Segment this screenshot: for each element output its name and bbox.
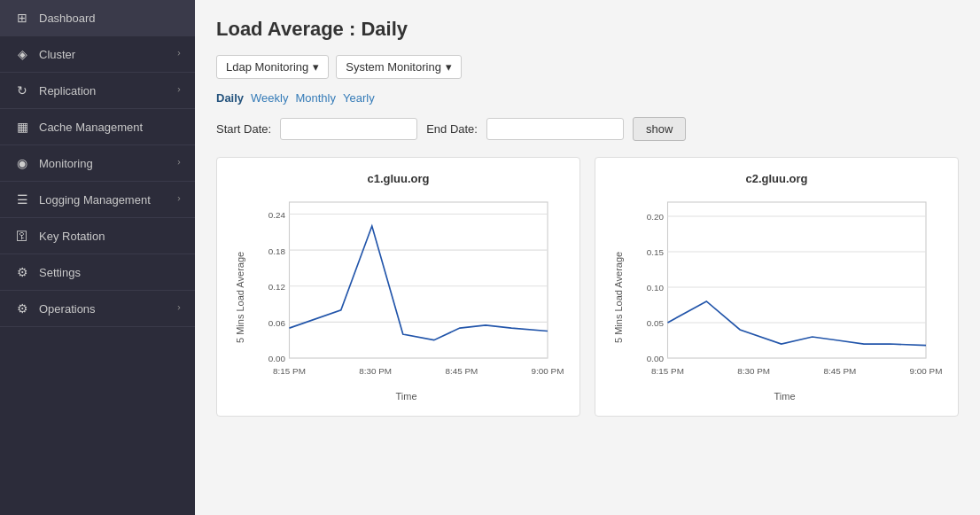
period-monthly[interactable]: Monthly	[295, 91, 336, 105]
chart-x-label-c1: Time	[247, 391, 565, 402]
chevron-right-icon: ‹	[177, 85, 181, 96]
chart-title-c1: c1.gluu.org	[231, 172, 565, 185]
chevron-right-icon: ‹	[177, 158, 181, 168]
sidebar-item-operations[interactable]: ⚙Operations‹	[0, 291, 195, 327]
sidebar-item-settings[interactable]: ⚙Settings	[0, 254, 195, 291]
svg-text:9:00 PM: 9:00 PM	[910, 366, 943, 376]
chart-wrapper-c2: 5 Mins Load Average0.200.150.100.050.008…	[610, 192, 944, 402]
svg-text:0.06: 0.06	[268, 318, 286, 328]
end-date-label: End Date:	[426, 122, 478, 136]
svg-text:0.10: 0.10	[647, 283, 665, 293]
svg-text:0.00: 0.00	[268, 354, 286, 363]
chevron-right-icon: ‹	[177, 49, 181, 59]
sidebar-label-key-rotation: Key Rotation	[39, 230, 105, 243]
page-title: Load Average : Daily	[216, 18, 959, 41]
svg-text:8:45 PM: 8:45 PM	[823, 366, 856, 376]
sidebar-item-logging-management[interactable]: ☰Logging Management‹	[0, 182, 195, 218]
chart-y-label-c2: 5 Mins Load Average	[610, 192, 626, 402]
cluster-icon: ◈	[14, 47, 30, 61]
chart-title-c2: c2.gluu.org	[610, 172, 944, 185]
sidebar-item-monitoring[interactable]: ◉Monitoring‹	[0, 145, 195, 182]
sidebar: ⊞Dashboard◈Cluster‹↻Replication‹▦Cache M…	[0, 0, 195, 515]
logging-management-icon: ☰	[14, 192, 30, 207]
chevron-right-icon: ‹	[177, 194, 181, 205]
svg-text:0.20: 0.20	[647, 212, 665, 222]
svg-text:8:30 PM: 8:30 PM	[737, 366, 770, 376]
svg-text:9:00 PM: 9:00 PM	[532, 366, 564, 376]
period-yearly[interactable]: Yearly	[343, 91, 375, 105]
sidebar-label-logging-management: Logging Management	[39, 193, 151, 207]
sidebar-item-dashboard[interactable]: ⊞Dashboard	[0, 0, 195, 36]
start-date-label: Start Date:	[216, 122, 271, 136]
chart-svg-c2: 0.200.150.100.050.008:15 PM8:30 PM8:45 P…	[626, 192, 944, 387]
chevron-down-icon: ▾	[446, 60, 452, 74]
charts-container: c1.gluu.org5 Mins Load Average0.240.180.…	[216, 157, 959, 417]
sidebar-item-replication[interactable]: ↻Replication‹	[0, 73, 195, 109]
ldap-monitoring-dropdown[interactable]: Ldap Monitoring ▾	[216, 55, 329, 79]
sidebar-label-dashboard: Dashboard	[39, 12, 96, 25]
operations-icon: ⚙	[14, 301, 30, 316]
start-date-input[interactable]	[280, 118, 417, 140]
svg-text:0.18: 0.18	[268, 246, 286, 256]
chart-x-label-c2: Time	[626, 391, 944, 402]
svg-text:0.15: 0.15	[647, 247, 665, 257]
svg-text:8:15 PM: 8:15 PM	[651, 366, 684, 376]
svg-rect-15	[668, 202, 927, 358]
period-weekly[interactable]: Weekly	[251, 91, 288, 105]
toolbar: Ldap Monitoring ▾ System Monitoring ▾	[216, 55, 959, 79]
svg-text:0.12: 0.12	[268, 282, 285, 292]
sidebar-label-monitoring: Monitoring	[39, 157, 93, 170]
replication-icon: ↻	[14, 83, 30, 98]
svg-text:8:45 PM: 8:45 PM	[445, 366, 478, 376]
chart-area-c2: 0.200.150.100.050.008:15 PM8:30 PM8:45 P…	[626, 192, 944, 402]
settings-icon: ⚙	[14, 265, 30, 279]
dashboard-icon: ⊞	[14, 11, 30, 25]
sidebar-label-cache-management: Cache Management	[39, 121, 143, 134]
sidebar-item-key-rotation[interactable]: ⚿Key Rotation	[0, 218, 195, 254]
svg-text:0.00: 0.00	[647, 354, 665, 363]
chevron-right-icon: ‹	[177, 303, 181, 314]
chart-svg-c1: 0.240.180.120.060.008:15 PM8:30 PM8:45 P…	[247, 192, 565, 387]
main-content: Load Average : Daily Ldap Monitoring ▾ S…	[195, 0, 980, 515]
svg-text:0.24: 0.24	[268, 210, 286, 220]
sidebar-label-cluster: Cluster	[39, 48, 75, 61]
period-links: Daily Weekly Monthly Yearly	[216, 91, 959, 105]
end-date-input[interactable]	[486, 118, 624, 140]
system-monitoring-dropdown[interactable]: System Monitoring ▾	[336, 55, 462, 79]
show-button[interactable]: show	[633, 117, 686, 141]
chart-card-c1: c1.gluu.org5 Mins Load Average0.240.180.…	[216, 157, 580, 417]
chart-y-label-c1: 5 Mins Load Average	[231, 192, 247, 402]
monitoring-icon: ◉	[14, 156, 30, 170]
period-daily[interactable]: Daily	[216, 91, 244, 105]
sidebar-label-settings: Settings	[39, 266, 81, 279]
svg-rect-0	[290, 202, 548, 358]
chart-card-c2: c2.gluu.org5 Mins Load Average0.200.150.…	[595, 157, 959, 417]
svg-text:8:30 PM: 8:30 PM	[359, 366, 392, 376]
sidebar-label-operations: Operations	[39, 302, 96, 316]
date-filter: Start Date: End Date: show	[216, 117, 959, 141]
chart-area-c1: 0.240.180.120.060.008:15 PM8:30 PM8:45 P…	[247, 192, 565, 402]
sidebar-label-replication: Replication	[39, 84, 96, 98]
chevron-down-icon: ▾	[313, 60, 319, 74]
chart-wrapper-c1: 5 Mins Load Average0.240.180.120.060.008…	[231, 192, 565, 402]
sidebar-item-cache-management[interactable]: ▦Cache Management	[0, 109, 195, 145]
svg-text:8:15 PM: 8:15 PM	[273, 366, 306, 376]
svg-text:0.05: 0.05	[647, 318, 665, 328]
cache-management-icon: ▦	[14, 120, 30, 134]
sidebar-item-cluster[interactable]: ◈Cluster‹	[0, 36, 195, 73]
key-rotation-icon: ⚿	[14, 229, 30, 243]
